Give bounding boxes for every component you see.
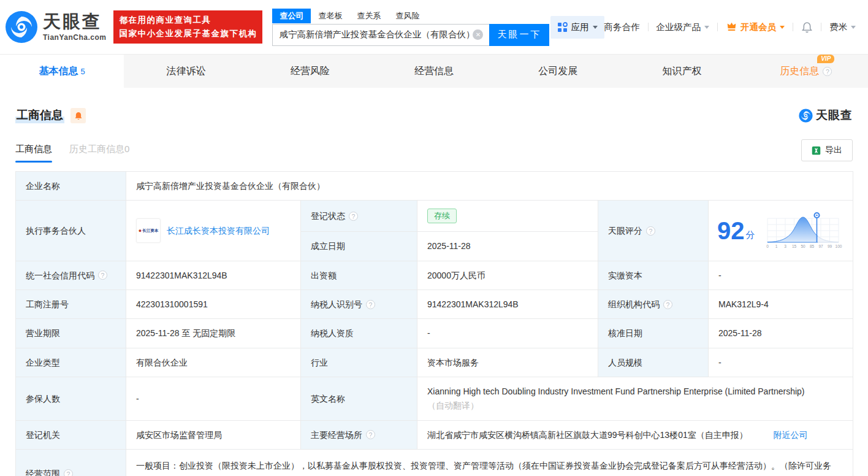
business-address-value: 湖北省咸宁市咸安区横沟桥镇高新社区旗鼓大道99号科创中心13楼01室（自主申报） [427,430,748,440]
company-name-label: 企业名称 [16,172,126,201]
subtab-business-info[interactable]: 工商信息 [15,144,52,163]
logo-title: 天眼查 [43,13,106,31]
business-address-label: 主要经营场所 [311,429,362,441]
clear-search-icon[interactable]: ✕ [473,29,483,40]
tab-basic-count: 5 [81,67,85,76]
nav-apps-label: 应用 [571,21,589,33]
est-date-label: 成立日期 [301,232,417,261]
help-icon[interactable]: ? [366,430,375,439]
score-distribution-chart: 0 1 3 15 50 85 97 99 100 [764,211,842,250]
score-unit: 分 [746,228,755,242]
vip-crown-icon [726,22,737,33]
user-menu[interactable]: 费米 [829,21,856,33]
search-tab-relation[interactable]: 查关系 [349,9,388,23]
nav-divider [648,23,649,31]
search-button[interactable]: 天眼一下 [489,24,549,46]
credit-code-label: 统一社会信用代码 [26,269,94,282]
staff-size-value: - [709,348,853,377]
company-type-label: 企业类型 [16,348,126,377]
svg-text:0: 0 [766,244,769,248]
help-icon[interactable]: ? [349,212,358,221]
partner-company-link[interactable]: 长江成长资本投资有限公司 [167,225,270,237]
svg-text:3: 3 [784,244,786,248]
vip-badge: VIP [817,55,834,63]
help-icon[interactable]: ? [64,469,73,476]
subtab-history-business-info[interactable]: 历史工商信息0 [69,144,129,163]
tab-legal[interactable]: 法律诉讼 [124,55,248,88]
taxpayer-id-value: 91422301MAK312L94B [417,290,598,319]
tab-intellectual-property[interactable]: 知识产权 [620,55,744,88]
tab-risk-label: 经营风险 [291,65,330,78]
nearby-companies-link[interactable]: 附近公司 [774,430,808,440]
monitor-bell-button[interactable] [70,108,86,123]
search-tab-company[interactable]: 查公司 [272,9,311,23]
nav-enterprise-label: 企业级产品 [657,21,701,33]
tab-basic-info[interactable]: 基本信息 5 [0,55,124,88]
tab-basic-label: 基本信息 [39,65,78,78]
help-icon[interactable]: ? [663,300,672,309]
staff-size-label: 人员规模 [598,348,709,377]
svg-text:85: 85 [809,244,814,248]
business-term-value: 2025-11-28 至 无固定期限 [126,319,301,348]
header-nav: 应用 商务合作 企业级产品 开通会员 费米 [550,16,856,39]
nav-vip-label: 开通会员 [740,21,776,33]
tianyancha-logo[interactable]: 天眼查 TianYanCha.com [5,10,106,44]
paid-capital-value: - [709,261,853,290]
table-row: 参保人数 - 英文名称 Xianning High tech Doubling … [16,377,853,420]
nav-apps-menu[interactable]: 应用 [550,16,604,39]
business-scope-value: 一般项目：创业投资（限投资未上市企业），以私募基金从事股权投资、投资管理、资产管… [126,449,853,476]
watermark-text: 天眼查 [816,107,853,123]
english-name-label: 英文名称 [301,377,417,420]
nav-enterprise-products[interactable]: 企业级产品 [657,21,710,33]
table-row: 执行事务合伙人 ● 长江资本 长江成长资本投资有限公司 登记状态 ? 存续 [16,201,853,232]
status-badge: 存续 [427,209,457,223]
nav-cooperation[interactable]: 商务合作 [604,21,640,33]
approval-date-value: 2025-11-28 [709,319,853,348]
search-input-wrap: ✕ [272,24,489,46]
tianyan-score[interactable]: 92 分 [717,211,847,250]
tab-business-info[interactable]: 经营信息 [372,55,496,88]
tab-company-development[interactable]: 公司发展 [496,55,620,88]
help-icon[interactable]: ? [646,226,655,236]
excel-icon [812,146,821,155]
section-title: 工商信息 [15,107,64,123]
reg-authority-value: 咸安区市场监督管理局 [126,420,301,449]
insured-count-label: 参保人数 [16,377,126,420]
tianyancha-watermark: 天眼查 [799,107,853,123]
search-input[interactable] [279,30,473,40]
partner-logo-text: 长江资本 [142,228,158,233]
help-icon[interactable]: ? [366,300,375,309]
bell-icon [74,111,83,120]
nav-divider [717,23,718,31]
chevron-down-icon [593,26,598,29]
tianyancha-logo-icon [799,109,813,123]
table-row: 登记机关 咸安区市场监督管理局 主要经营场所 ? 湖北省咸宁市咸安区横沟桥镇高新… [16,420,853,449]
english-name-value: Xianning High tech Doubling Industry Inv… [427,385,843,397]
table-row: 企业类型 有限合伙企业 行业 资本市场服务 人员规模 - [16,348,853,377]
tab-operating-risk[interactable]: 经营风险 [248,55,372,88]
table-row: 企业名称 咸宁高新倍增产业投资基金合伙企业（有限合伙） [16,172,853,201]
reg-number-value: 422301310001591 [126,290,301,319]
paid-capital-label: 实缴资本 [598,261,709,290]
credit-code-value: 91422301MAK312L94B [126,261,301,290]
help-icon[interactable]: ? [98,271,107,280]
partner-logo[interactable]: ● 长江资本 [136,218,161,243]
business-term-label: 营业期限 [16,319,126,348]
tab-ip-label: 知识产权 [663,65,702,78]
industry-label: 行业 [301,348,417,377]
notifications-button[interactable] [801,21,813,33]
export-button[interactable]: 导出 [801,139,853,161]
business-info-table: 企业名称 咸宁高新倍增产业投资基金合伙企业（有限合伙） 执行事务合伙人 ● 长江… [15,171,853,476]
tab-history-info[interactable]: 历史信息 VIP ? [744,55,868,88]
svg-text:99: 99 [827,244,832,248]
chevron-down-icon [780,26,785,29]
nav-open-vip[interactable]: 开通会员 [726,21,785,33]
tab-history-label: 历史信息 [780,65,819,78]
help-icon[interactable]: ? [823,67,832,76]
org-code-value: MAK312L9-4 [709,290,853,319]
search-tabs: 查公司 查老板 查关系 查风险 [272,9,549,23]
search-area: 查公司 查老板 查关系 查风险 ✕ 天眼一下 [272,9,549,46]
export-label: 导出 [825,145,842,156]
search-tab-risk[interactable]: 查风险 [388,9,427,23]
search-tab-boss[interactable]: 查老板 [311,9,349,23]
